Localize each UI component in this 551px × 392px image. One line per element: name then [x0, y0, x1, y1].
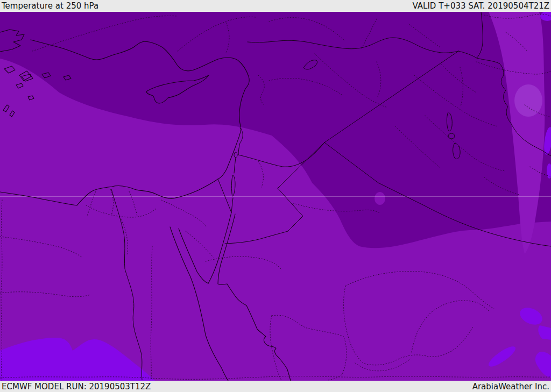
brand-label: ArabiaWeather Inc.	[472, 381, 549, 392]
valid-time-label: VALID T+033 SAT. 20190504T21Z	[413, 1, 549, 12]
temp-region-band-light	[514, 84, 542, 117]
map-canvas	[0, 12, 551, 381]
temp-contour-hole	[375, 192, 385, 205]
page-title: Temperature at 250 hPa	[2, 1, 98, 12]
weather-map	[0, 12, 551, 381]
footer-bar: ECMWF MODEL RUN: 20190503T12Z ArabiaWeat…	[0, 381, 551, 392]
weather-map-app: Temperature at 250 hPa VALID T+033 SAT. …	[0, 0, 551, 392]
model-run-label: ECMWF MODEL RUN: 20190503T12Z	[2, 381, 151, 392]
header-bar: Temperature at 250 hPa VALID T+033 SAT. …	[0, 0, 551, 12]
